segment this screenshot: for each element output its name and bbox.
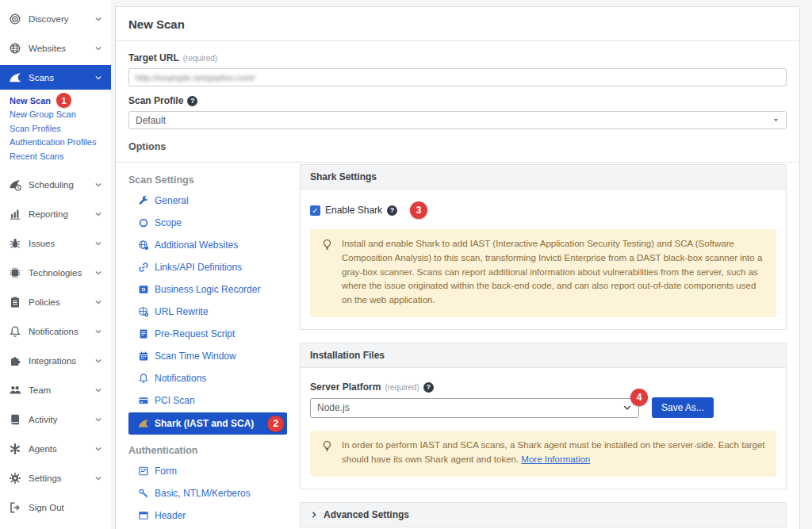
subnav-item-label: New Scan xyxy=(10,96,51,105)
server-platform-select[interactable]: Node.js xyxy=(310,398,639,418)
sidebar-item-scheduling[interactable]: Scheduling xyxy=(0,171,111,200)
enable-shark-row: Enable Shark 3 xyxy=(310,201,776,219)
sidebar-item-label: Integrations xyxy=(29,356,87,366)
target-url-input[interactable]: http://example.netsparker.com/ xyxy=(128,68,787,86)
settings-item-label: Notifications xyxy=(155,373,206,384)
scan-profile-select[interactable]: Default xyxy=(128,111,787,129)
step-badge-3: 3 xyxy=(410,201,427,219)
sidebar-item-notifications[interactable]: Notifications xyxy=(0,317,111,347)
enable-shark-checkbox[interactable] xyxy=(310,205,320,216)
subnav-item-new-scan[interactable]: New Scan 1 xyxy=(10,94,106,108)
shark-icon xyxy=(138,418,149,429)
settings-item-scope[interactable]: Scope xyxy=(128,212,287,234)
header-window-icon xyxy=(138,510,149,521)
sidebar-item-websites[interactable]: Websites xyxy=(0,33,111,63)
sidebar-item-label: Team xyxy=(29,385,87,395)
sidebar-item-activity[interactable]: Activity xyxy=(0,405,111,435)
settings-item-label: Shark (IAST and SCA) xyxy=(155,418,254,429)
globe-icon xyxy=(9,42,21,55)
bell-icon xyxy=(9,325,21,338)
book-icon xyxy=(9,413,21,426)
settings-item-general[interactable]: General xyxy=(128,190,287,212)
scan-settings-nav: Scan Settings General Scope Additional W… xyxy=(128,163,300,529)
settings-item-notifications[interactable]: Notifications xyxy=(128,367,287,389)
sidebar-item-policies[interactable]: Policies xyxy=(0,288,111,317)
subnav-item-new-group-scan[interactable]: New Group Scan xyxy=(10,108,106,122)
sidebar-item-discovery[interactable]: Discovery xyxy=(0,4,111,33)
subnav-item-label: Scan Profiles xyxy=(10,124,61,133)
shark-settings-panel-title: Shark Settings xyxy=(301,165,786,190)
subnav-item-authentication-profiles[interactable]: Authentication Profiles xyxy=(10,136,106,150)
settings-item-label: Business Logic Recorder xyxy=(155,284,260,295)
auth-item-basic-ntlm-kerberos[interactable]: Basic, NTLM/Kerberos xyxy=(128,482,287,504)
chip-icon xyxy=(9,266,21,279)
settings-item-links-api-definitions[interactable]: Links/API Definitions xyxy=(128,256,287,278)
help-icon[interactable] xyxy=(423,382,434,393)
sidebar-item-label: Settings xyxy=(29,473,87,483)
more-information-link[interactable]: More Information xyxy=(521,454,590,464)
installation-files-panel: Installation Files Server Platform (requ… xyxy=(300,343,787,489)
step-badge-4: 4 xyxy=(630,389,648,406)
sidebar-item-integrations[interactable]: Integrations xyxy=(0,347,111,376)
script-icon xyxy=(138,328,149,339)
sidebar-item-technologies[interactable]: Technologies xyxy=(0,259,111,288)
sidebar: Discovery Websites Scans New Scan 1 New … xyxy=(0,0,111,529)
settings-item-pre-request-script[interactable]: Pre-Request Script xyxy=(128,323,287,345)
settings-item-label: Links/API Definitions xyxy=(155,262,242,273)
sidebar-item-team[interactable]: Team xyxy=(0,376,111,405)
sidebar-item-label: Websites xyxy=(29,44,87,53)
options-heading: Options xyxy=(128,141,787,152)
save-as-button[interactable]: Save As... xyxy=(652,397,714,418)
record-icon xyxy=(138,284,149,295)
chevron-down-icon[interactable] xyxy=(94,210,102,218)
chevron-down-icon[interactable] xyxy=(94,74,102,82)
auth-item-header[interactable]: Header xyxy=(128,504,287,527)
chevron-down-icon[interactable] xyxy=(94,445,102,453)
sidebar-item-scans[interactable]: Scans xyxy=(0,65,111,90)
chevron-down-icon[interactable] xyxy=(94,269,102,277)
chevron-down-icon[interactable] xyxy=(94,298,102,306)
sidebar-item-label: Discovery xyxy=(29,14,87,24)
sidebar-item-sign-out[interactable]: Sign Out xyxy=(0,493,111,523)
settings-item-url-rewrite[interactable]: URL Rewrite xyxy=(128,301,287,323)
edit-check-icon[interactable] xyxy=(289,419,300,429)
chevron-down-icon[interactable] xyxy=(94,181,102,189)
chevron-down-icon[interactable] xyxy=(94,328,102,335)
sidebar-item-settings[interactable]: Settings xyxy=(0,464,111,493)
sidebar-item-agents[interactable]: Agents xyxy=(0,435,111,464)
shark-settings-panel: Shark Settings Enable Shark 3 Install an… xyxy=(300,164,787,330)
chevron-down-icon[interactable] xyxy=(94,240,102,247)
settings-item-label: PCI Scan xyxy=(155,395,195,406)
sidebar-item-reporting[interactable]: Reporting xyxy=(0,200,111,229)
chevron-down-icon[interactable] xyxy=(94,15,102,23)
settings-item-scan-time-window[interactable]: Scan Time Window xyxy=(128,345,287,367)
chevron-down-icon[interactable] xyxy=(94,474,102,482)
subnav-item-label: Recent Scans xyxy=(10,151,63,161)
installation-files-panel-title: Installation Files xyxy=(301,343,786,368)
clipboard-icon xyxy=(9,296,21,309)
settings-item-business-logic-recorder[interactable]: Business Logic Recorder xyxy=(128,278,287,301)
subnav-item-recent-scans[interactable]: Recent Scans xyxy=(10,149,106,163)
chevron-down-icon[interactable] xyxy=(94,386,102,394)
subnav-item-scan-profiles[interactable]: Scan Profiles xyxy=(10,121,106,136)
sidebar-item-label: Policies xyxy=(29,297,87,307)
sidebar-item-issues[interactable]: Issues xyxy=(0,229,111,259)
help-icon[interactable] xyxy=(187,96,197,106)
auth-item-form[interactable]: Form xyxy=(128,460,287,482)
settings-item-pci-scan[interactable]: PCI Scan xyxy=(128,389,287,412)
sidebar-item-label: Technologies xyxy=(29,268,87,278)
settings-item-shark[interactable]: Shark (IAST and SCA) 2 xyxy=(128,412,287,435)
help-icon[interactable] xyxy=(387,205,397,216)
puzzle-icon xyxy=(9,355,21,367)
settings-item-additional-websites[interactable]: Additional Websites xyxy=(128,234,287,256)
step-badge-1: 1 xyxy=(56,93,71,108)
advanced-settings-toggle[interactable]: Advanced Settings xyxy=(300,502,787,527)
discovery-icon xyxy=(9,13,21,25)
chevron-down-icon[interactable] xyxy=(94,416,102,424)
chevron-down-icon[interactable] xyxy=(94,44,102,52)
globe-badge-icon xyxy=(138,240,149,251)
scan-profile-field-label: Scan Profile xyxy=(128,95,787,106)
chevron-down-icon[interactable] xyxy=(94,357,102,365)
sidebar-item-label: Notifications xyxy=(29,327,87,336)
scan-profile-value: Default xyxy=(136,115,166,126)
